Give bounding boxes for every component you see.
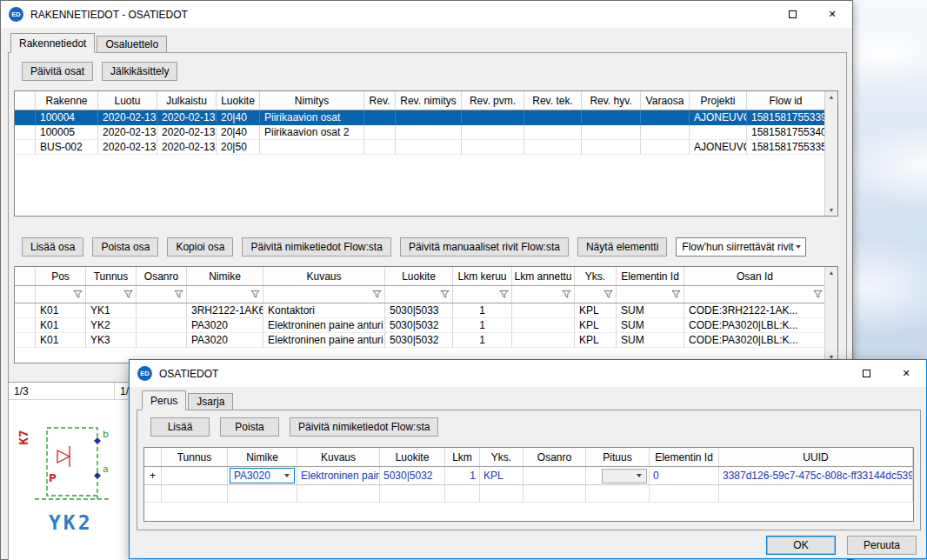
cell[interactable]: SUM <box>617 333 684 348</box>
column-header[interactable]: Lkm annettu <box>512 267 575 285</box>
flow-rows-combobox[interactable]: Flow'hun siirrettävät rivit <box>676 237 806 257</box>
scroll-down-icon[interactable]: ▼ <box>829 207 835 213</box>
detail-row[interactable]: + PA3020 Elektroninen paine 5030|5032 1 … <box>144 467 913 485</box>
cell[interactable]: 1 <box>453 318 512 333</box>
cell[interactable]: KPL <box>575 303 617 318</box>
cell[interactable]: 2020-02-13 <box>157 110 217 125</box>
paivita-osat-button[interactable]: Päivitä osat <box>22 62 93 81</box>
cell[interactable]: 100005 <box>36 125 98 140</box>
cell-yks[interactable]: KPL <box>480 467 524 485</box>
cell[interactable]: 1581581755339 <box>747 110 825 125</box>
cell[interactable] <box>396 125 462 140</box>
tab-osaluettelo[interactable]: Osaluettelo <box>97 36 167 53</box>
maximize-button[interactable] <box>846 360 886 387</box>
column-header[interactable]: Elementin Id <box>617 267 684 285</box>
table-row[interactable]: K01YK13RH2122-1AK60Kontaktori5030|50331K… <box>15 303 837 318</box>
cell[interactable]: KPL <box>575 333 617 348</box>
cell[interactable]: K01 <box>36 333 86 348</box>
cell[interactable]: 100004 <box>36 110 98 125</box>
cell-luokite[interactable]: 5030|5032 <box>380 467 445 485</box>
column-header[interactable]: Pos <box>36 267 86 285</box>
column-header[interactable]: Yks. <box>575 267 617 285</box>
filter-cell[interactable] <box>684 286 826 303</box>
cell[interactable] <box>582 125 641 140</box>
cell[interactable] <box>690 125 747 140</box>
column-header[interactable]: Rev. <box>364 91 396 110</box>
filter-cell[interactable] <box>263 286 385 303</box>
cell[interactable]: SUM <box>617 303 684 318</box>
cell[interactable] <box>524 140 582 155</box>
tab-rakennetiedot[interactable]: Rakennetiedot <box>10 33 95 53</box>
row-gutter[interactable] <box>15 110 36 125</box>
filter-cell[interactable] <box>575 286 617 303</box>
cell[interactable]: YK3 <box>86 333 137 348</box>
cell[interactable] <box>396 110 462 125</box>
cell[interactable]: SUM <box>617 318 684 333</box>
paivita-nimiketiedot-flow-button[interactable]: Päivitä nimiketiedot Flow:sta <box>290 417 438 437</box>
cell[interactable] <box>137 333 187 348</box>
structures-scrollbar[interactable]: ▲ ▼ <box>824 91 837 216</box>
column-header[interactable]: Nimitys <box>260 91 364 110</box>
app-icon[interactable]: ED <box>9 7 23 22</box>
app-icon[interactable]: ED <box>137 366 152 381</box>
column-header[interactable]: Flow id <box>747 91 825 110</box>
column-header[interactable]: Varaosa <box>641 91 690 110</box>
filter-cell[interactable] <box>15 286 36 303</box>
cell[interactable] <box>462 110 524 125</box>
cell[interactable] <box>582 110 641 125</box>
filter-cell[interactable] <box>617 286 684 303</box>
cell[interactable]: KPL <box>575 318 617 333</box>
column-header[interactable]: Elementin Id <box>650 448 719 466</box>
cell-lkm[interactable]: 1 <box>445 467 480 485</box>
cell[interactable] <box>137 318 187 333</box>
cell[interactable]: 20|50 <box>217 140 260 155</box>
table-row[interactable]: 1000042020-02-132020-02-1320|40Piirikaav… <box>15 110 837 125</box>
cell[interactable]: 1581581755340 <box>747 125 825 140</box>
cell[interactable] <box>462 125 524 140</box>
column-header[interactable]: Rev. tek. <box>524 91 582 110</box>
filter-icon[interactable] <box>123 290 133 299</box>
cell[interactable]: BUS-002 <box>36 140 98 155</box>
cell[interactable] <box>641 140 690 155</box>
filter-cell[interactable] <box>453 286 512 303</box>
cell[interactable]: K01 <box>36 303 86 318</box>
close-button[interactable]: ✕ <box>812 1 852 28</box>
column-header[interactable]: Pituus <box>586 448 650 466</box>
cell[interactable]: 2020-02-13 <box>98 110 157 125</box>
filter-icon[interactable] <box>499 290 509 299</box>
cell[interactable] <box>641 110 690 125</box>
cell-kuvaus[interactable]: Elektroninen paine <box>297 467 380 485</box>
filter-icon[interactable] <box>440 290 450 299</box>
lisaa-button[interactable]: Lisää <box>150 417 210 437</box>
row-gutter[interactable] <box>15 333 36 348</box>
cell[interactable] <box>137 303 187 318</box>
column-header[interactable]: Luotu <box>98 91 157 110</box>
column-header[interactable]: Luokite <box>380 448 445 466</box>
cell[interactable]: 2020-02-13 <box>98 125 157 140</box>
cell[interactable] <box>512 318 575 333</box>
column-header[interactable]: Rakenne <box>36 91 98 110</box>
cell[interactable]: PA3020 <box>187 333 263 348</box>
cell[interactable]: CODE:3RH2122-1AK... <box>684 303 826 318</box>
column-header[interactable]: Lkm keruu <box>453 267 512 285</box>
column-header[interactable]: Luokite <box>217 91 260 110</box>
cell[interactable]: 5030|5033 <box>385 303 453 318</box>
cell[interactable] <box>462 140 524 155</box>
row-gutter[interactable] <box>15 318 36 333</box>
cell[interactable]: 20|40 <box>217 110 260 125</box>
table-row[interactable]: K01YK3PA3020Elektroninen paine anturi503… <box>15 333 837 348</box>
cell[interactable]: AJONEUVO <box>690 140 747 155</box>
maximize-button[interactable] <box>772 1 812 28</box>
empty-row[interactable] <box>144 485 913 503</box>
cell[interactable] <box>364 110 396 125</box>
cell[interactable] <box>364 125 396 140</box>
cell[interactable]: K01 <box>36 318 86 333</box>
filter-icon[interactable] <box>813 290 823 299</box>
lisaa-osa-button[interactable]: Lisää osa <box>22 237 83 257</box>
filter-cell[interactable] <box>137 286 187 303</box>
filter-icon[interactable] <box>73 290 83 299</box>
scroll-up-icon[interactable]: ▲ <box>829 94 835 100</box>
jalkikasittely-button[interactable]: Jälkikäsittely <box>102 62 177 81</box>
paivita-manuaaliset-button[interactable]: Päivitä manuaaliset rivit Flow:sta <box>400 237 569 257</box>
row-gutter[interactable] <box>15 140 36 155</box>
